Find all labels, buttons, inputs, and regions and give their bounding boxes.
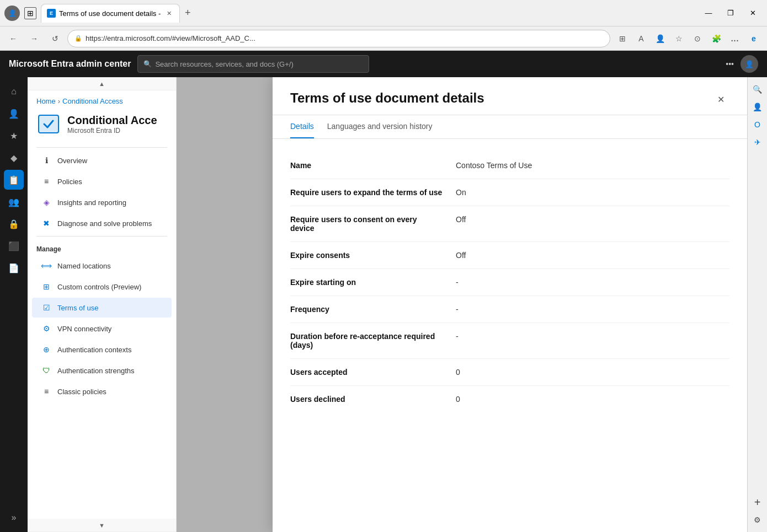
detail-row-users-accepted: Users accepted 0 xyxy=(290,359,729,386)
minimize-button[interactable]: — xyxy=(699,6,718,21)
search-icon: 🔍 xyxy=(143,60,152,68)
nav-item-diagnose[interactable]: ✖ Diagnose and solve problems xyxy=(32,213,172,233)
more-dots-icon: ••• xyxy=(726,60,734,68)
collections-icon[interactable]: ⊙ xyxy=(689,30,706,47)
classic-policies-icon: ≡ xyxy=(41,386,52,397)
back-button[interactable]: ← xyxy=(4,30,22,47)
entra-user-avatar[interactable]: 👤 xyxy=(741,55,758,73)
rail-monitoring-icon[interactable]: ⬛ xyxy=(4,236,24,256)
tab-favicon: E xyxy=(47,9,56,18)
rail-protection-icon[interactable]: ◆ xyxy=(4,148,24,168)
close-button[interactable]: ✕ xyxy=(743,6,763,21)
search-placeholder: Search resources, services, and docs (G+… xyxy=(155,60,293,68)
scroll-down-button[interactable]: ▼ xyxy=(28,519,176,532)
nav-item-classic-policies[interactable]: ≡ Classic policies xyxy=(32,381,172,401)
rail-expand-icon[interactable]: » xyxy=(4,508,24,528)
detail-row-frequency: Frequency - xyxy=(290,296,729,323)
breadcrumb-separator: › xyxy=(58,97,60,105)
refresh-button[interactable]: ↺ xyxy=(46,30,64,47)
active-tab[interactable]: E Terms of use document details - ✕ xyxy=(41,4,180,23)
content-area: Terms of use document details ✕ Details … xyxy=(177,77,747,532)
rail-reports-icon[interactable]: 📄 xyxy=(4,258,24,278)
browser-navbar: ← → ↺ 🔒 https://entra.microsoft.com/#vie… xyxy=(0,26,767,51)
page-subtitle: Microsoft Entra ID xyxy=(67,127,157,135)
panel-close-button[interactable]: ✕ xyxy=(712,90,729,108)
icon-rail: ⌂ 👤 ★ ◆ 📋 👥 🔒 ⬛ 📄 » xyxy=(0,77,28,532)
right-search-icon[interactable]: 🔍 xyxy=(750,82,765,97)
vpn-icon: ⚙ xyxy=(41,323,52,334)
nav-item-terms-of-use[interactable]: ☑ Terms of use xyxy=(32,298,172,318)
nav-item-named-locations[interactable]: ⟺ Named locations xyxy=(32,256,172,276)
rail-favorites-icon[interactable]: ★ xyxy=(4,126,24,146)
nav-label-custom-controls: Custom controls (Preview) xyxy=(57,283,141,291)
tab-close-button[interactable]: ✕ xyxy=(164,8,174,18)
detail-label-users-declined: Users declined xyxy=(290,395,456,404)
nav-item-insights[interactable]: ◈ Insights and reporting xyxy=(32,192,172,212)
nav-label-terms-of-use: Terms of use xyxy=(57,304,98,312)
detail-row-expand: Require users to expand the terms of use… xyxy=(290,179,729,206)
lock-icon: 🔒 xyxy=(74,35,82,42)
diagnose-icon: ✖ xyxy=(41,218,52,229)
svg-rect-0 xyxy=(39,115,58,133)
manage-section-header: Manage xyxy=(28,239,176,255)
right-outlook-icon[interactable]: O xyxy=(750,117,765,132)
nav-label-vpn: VPN connectivity xyxy=(57,325,111,333)
extensions-icon[interactable]: 🧩 xyxy=(707,30,725,47)
nav-label-insights: Insights and reporting xyxy=(57,198,126,207)
detail-row-expire-consents: Expire consents Off xyxy=(290,242,729,269)
insights-icon: ◈ xyxy=(41,197,52,208)
entra-search-bar[interactable]: 🔍 Search resources, services, and docs (… xyxy=(137,55,369,73)
right-add-button[interactable]: + xyxy=(750,495,765,510)
more-button[interactable]: ... xyxy=(726,30,744,47)
rail-home-icon[interactable]: ⌂ xyxy=(4,82,24,101)
app-layout: Microsoft Entra admin center 🔍 Search re… xyxy=(0,51,767,532)
detail-value-name: Contoso Terms of Use xyxy=(456,161,532,170)
nav-label-named-locations: Named locations xyxy=(57,262,111,270)
right-send-icon[interactable]: ✈ xyxy=(750,135,765,150)
detail-value-expire-consents: Off xyxy=(456,251,466,260)
forward-button[interactable]: → xyxy=(25,30,43,47)
tab-details[interactable]: Details xyxy=(290,115,314,138)
tab-bar: E Terms of use document details - ✕ + xyxy=(41,0,195,26)
address-bar[interactable]: 🔒 https://entra.microsoft.com/#view/Micr… xyxy=(67,30,610,47)
rail-users-icon[interactable]: 👥 xyxy=(4,192,24,212)
detail-value-expire-starting: - xyxy=(456,278,459,287)
detail-value-frequency: - xyxy=(456,305,459,314)
rail-identity-icon[interactable]: 👤 xyxy=(4,104,24,123)
detail-label-expand: Require users to expand the terms of use xyxy=(290,188,456,197)
page-title: Conditional Acce xyxy=(67,114,157,127)
detail-value-users-accepted: 0 xyxy=(456,368,460,377)
panel-header: Terms of use document details ✕ xyxy=(273,77,747,115)
nav-item-custom-controls[interactable]: ⊞ Custom controls (Preview) xyxy=(32,277,172,297)
nav-item-policies[interactable]: ≡ Policies xyxy=(32,171,172,191)
right-gear-icon[interactable]: ⚙ xyxy=(750,512,765,528)
rail-conditional-access-icon[interactable]: 📋 xyxy=(4,170,24,190)
account-icon[interactable]: 👤 xyxy=(651,30,669,47)
panel-title: Terms of use document details xyxy=(290,90,484,115)
right-person-icon[interactable]: 👤 xyxy=(750,99,765,115)
nav-item-auth-strengths[interactable]: 🛡 Authentication strengths xyxy=(32,361,172,380)
grid-icon[interactable]: ⊞ xyxy=(614,30,631,47)
named-locations-icon: ⟺ xyxy=(41,260,52,271)
nav-item-overview[interactable]: ℹ Overview xyxy=(32,151,172,170)
scroll-up-button[interactable]: ▲ xyxy=(28,77,176,90)
detail-label-users-accepted: Users accepted xyxy=(290,368,456,377)
right-rail: 🔍 👤 O ✈ + ⚙ xyxy=(747,77,767,532)
breadcrumb-conditional-access[interactable]: Conditional Access xyxy=(62,97,123,105)
tab-languages[interactable]: Languages and version history xyxy=(327,115,433,138)
nav-item-vpn[interactable]: ⚙ VPN connectivity xyxy=(32,319,172,338)
entra-topbar: Microsoft Entra admin center 🔍 Search re… xyxy=(0,51,767,77)
font-icon[interactable]: A xyxy=(632,30,650,47)
entra-more[interactable]: ••• xyxy=(726,60,734,68)
favorites-icon[interactable]: ☆ xyxy=(670,30,688,47)
detail-value-expand: On xyxy=(456,188,466,197)
new-tab-button[interactable]: + xyxy=(180,6,195,21)
nav-item-auth-contexts[interactable]: ⊕ Authentication contexts xyxy=(32,340,172,359)
maximize-button[interactable]: ❐ xyxy=(721,6,741,21)
detail-panel: Terms of use document details ✕ Details … xyxy=(273,77,747,532)
rail-security-icon[interactable]: 🔒 xyxy=(4,214,24,234)
nav-label-overview: Overview xyxy=(57,157,87,165)
breadcrumb-home[interactable]: Home xyxy=(36,97,56,105)
window-controls: — ❐ ✕ xyxy=(699,6,763,21)
main-content: ⌂ 👤 ★ ◆ 📋 👥 🔒 ⬛ 📄 » ▲ Home xyxy=(0,77,767,532)
